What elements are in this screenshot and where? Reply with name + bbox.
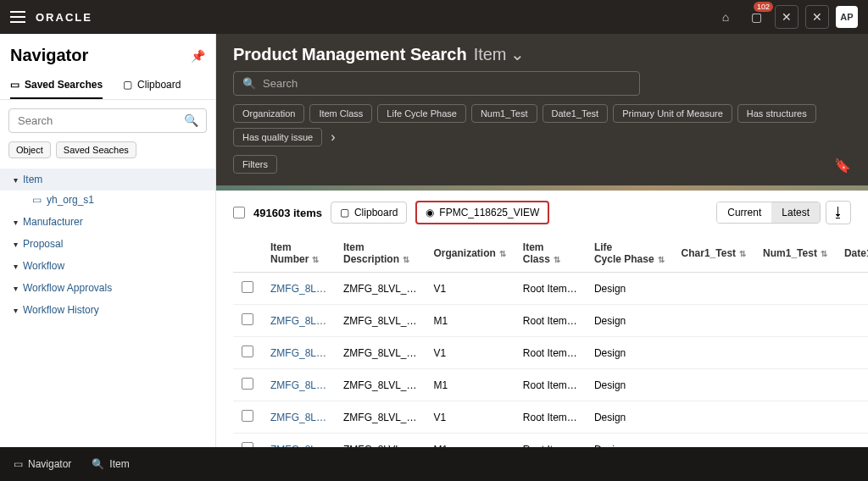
saved-icon: ▭: [10, 79, 19, 91]
download-button[interactable]: ⭳: [826, 201, 851, 224]
item-number-link[interactable]: ZMFG_8L…: [262, 369, 335, 401]
filter-has-structures[interactable]: Has structures: [737, 104, 816, 123]
seg-latest[interactable]: Latest: [771, 202, 820, 223]
version-segment: Current Latest: [716, 202, 821, 224]
bell-icon[interactable]: ▢102: [744, 5, 768, 29]
tool-icon-2[interactable]: ✕: [805, 5, 829, 29]
table-row: ZMFG_8L…ZMFG_8LVL_…V1Root Item…Design: [233, 273, 868, 305]
table-row: ZMFG_8L…ZMFG_8LVL_…M1Root Item…Design: [233, 305, 868, 337]
tree-label: Proposal: [23, 238, 63, 250]
sort-icon[interactable]: ⇅: [821, 249, 827, 258]
bookmark-icon[interactable]: 🔖: [834, 158, 851, 174]
row-checkbox[interactable]: [242, 346, 253, 357]
sort-icon[interactable]: ⇅: [312, 255, 319, 264]
sidebar-search-input[interactable]: [8, 108, 207, 133]
table-row: ZMFG_8L…ZMFG_8LVL_…M1Root Item…Design: [233, 434, 868, 448]
cell-org: M1: [426, 434, 515, 448]
filter-item-class[interactable]: Item Class: [309, 104, 372, 123]
topbar-right: ⌂ ▢102 ✕ ✕ AP: [714, 5, 858, 29]
clipboard-button[interactable]: ▢Clipboard: [331, 202, 407, 224]
col-item-description[interactable]: ItemDescription⇅: [335, 235, 425, 273]
tree-proposal[interactable]: ▾Proposal: [0, 233, 215, 255]
col-num1_test[interactable]: Num1_Test⇅: [754, 235, 836, 273]
item-number-link[interactable]: ZMFG_8L…: [262, 273, 335, 305]
cell-desc: ZMFG_8LVL_…: [335, 434, 425, 448]
sort-icon[interactable]: ⇅: [403, 255, 409, 264]
tab-saved-label: Saved Searches: [25, 79, 103, 91]
sort-icon[interactable]: ⇅: [658, 255, 665, 264]
chip-object[interactable]: Object: [8, 141, 51, 158]
filter-has-quality-issue[interactable]: Has quality issue: [233, 128, 322, 147]
topbar-left: ORACLE: [10, 11, 92, 24]
footer-item-label: Item: [109, 458, 129, 470]
seg-current[interactable]: Current: [717, 202, 771, 223]
row-checkbox[interactable]: [242, 378, 253, 390]
search-icon[interactable]: 🔍: [184, 113, 198, 127]
col-organization[interactable]: Organization⇅: [426, 235, 515, 273]
caret-icon: ▾: [14, 262, 18, 271]
row-checkbox[interactable]: [242, 313, 253, 325]
cell-class: Root Item…: [515, 337, 586, 369]
search-placeholder: Search: [263, 77, 298, 90]
chip-saved-seaches[interactable]: Saved Seaches: [56, 141, 136, 158]
tree-manufacturer[interactable]: ▾Manufacturer: [0, 211, 215, 233]
filter-more-icon[interactable]: ›: [331, 130, 335, 145]
brand-logo: ORACLE: [36, 11, 92, 24]
scope-label: Item: [474, 45, 507, 64]
scope-dropdown[interactable]: Item ⌄: [474, 44, 525, 64]
tree-workflow[interactable]: ▾Workflow: [0, 255, 215, 277]
main-search[interactable]: 🔍Search: [233, 71, 640, 96]
tab-saved-searches[interactable]: ▭Saved Searches: [10, 72, 103, 99]
eye-icon: ◉: [426, 207, 434, 218]
item-number-link[interactable]: ZMFG_8L…: [262, 305, 335, 337]
sort-icon[interactable]: ⇅: [739, 249, 746, 258]
avatar[interactable]: AP: [836, 6, 858, 28]
filter-num1_test[interactable]: Num1_Test: [471, 104, 537, 123]
footer-navigator[interactable]: ▭Navigator: [14, 458, 71, 470]
row-checkbox[interactable]: [242, 410, 253, 422]
filter-date1_test[interactable]: Date1_Test: [542, 104, 609, 123]
item-number-link[interactable]: ZMFG_8L…: [262, 401, 335, 434]
cell-phase: Design: [586, 369, 673, 401]
caret-icon: ▾: [14, 306, 18, 315]
cell-class: Root Item…: [515, 305, 586, 337]
select-all-checkbox[interactable]: [233, 207, 245, 218]
filter-life-cycle-phase[interactable]: Life Cycle Phase: [377, 104, 466, 123]
tree-item[interactable]: ▾Item: [0, 169, 215, 191]
filters-button[interactable]: Filters: [233, 155, 277, 174]
tab-clipboard[interactable]: ▢Clipboard: [123, 72, 181, 99]
filter-organization[interactable]: Organization: [233, 104, 304, 123]
caret-icon: ▾: [14, 218, 18, 227]
col-char1_test[interactable]: Char1_Test⇅: [673, 235, 754, 273]
home-icon[interactable]: ⌂: [714, 5, 737, 29]
col-life-cycle-phase[interactable]: LifeCycle Phase⇅: [586, 235, 673, 273]
cell-desc: ZMFG_8LVL_…: [335, 369, 425, 401]
tree-label: Workflow: [23, 260, 64, 272]
item-number-link[interactable]: ZMFG_8L…: [262, 434, 335, 448]
tree-workflow-history[interactable]: ▾Workflow History: [0, 299, 215, 321]
clipboard-icon: ▢: [340, 207, 349, 218]
tree-workflow-approvals[interactable]: ▾Workflow Approvals: [0, 277, 215, 299]
row-checkbox[interactable]: [242, 281, 253, 293]
tree-child[interactable]: ▭yh_org_s1: [0, 191, 215, 211]
folder-icon: ▭: [32, 194, 42, 206]
col-item-class[interactable]: ItemClass⇅: [515, 235, 586, 273]
view-chip[interactable]: ◉FPMC_118625_VIEW: [415, 201, 549, 224]
menu-icon[interactable]: [10, 11, 25, 23]
results-table: ItemNumber⇅ItemDescription⇅Organization⇅…: [233, 235, 868, 447]
cell-phase: Design: [586, 401, 673, 434]
cell-desc: ZMFG_8LVL_…: [335, 401, 425, 434]
sort-icon[interactable]: ⇅: [554, 255, 560, 264]
footer: ▭Navigator 🔍Item: [0, 447, 868, 481]
pin-icon[interactable]: 📌: [191, 49, 205, 63]
col-date1_t[interactable]: Date1_T⇅: [836, 235, 868, 273]
item-number-link[interactable]: ZMFG_8L…: [262, 337, 335, 369]
footer-nav-label: Navigator: [28, 458, 71, 470]
footer-item[interactable]: 🔍Item: [92, 458, 129, 470]
sort-icon[interactable]: ⇅: [499, 249, 506, 258]
filter-primary-unit-of-measure[interactable]: Primary Unit of Measure: [613, 104, 732, 123]
col-item-number[interactable]: ItemNumber⇅: [262, 235, 335, 273]
cell-desc: ZMFG_8LVL_…: [335, 305, 425, 337]
cell-phase: Design: [586, 434, 673, 448]
tool-icon-1[interactable]: ✕: [775, 5, 798, 29]
